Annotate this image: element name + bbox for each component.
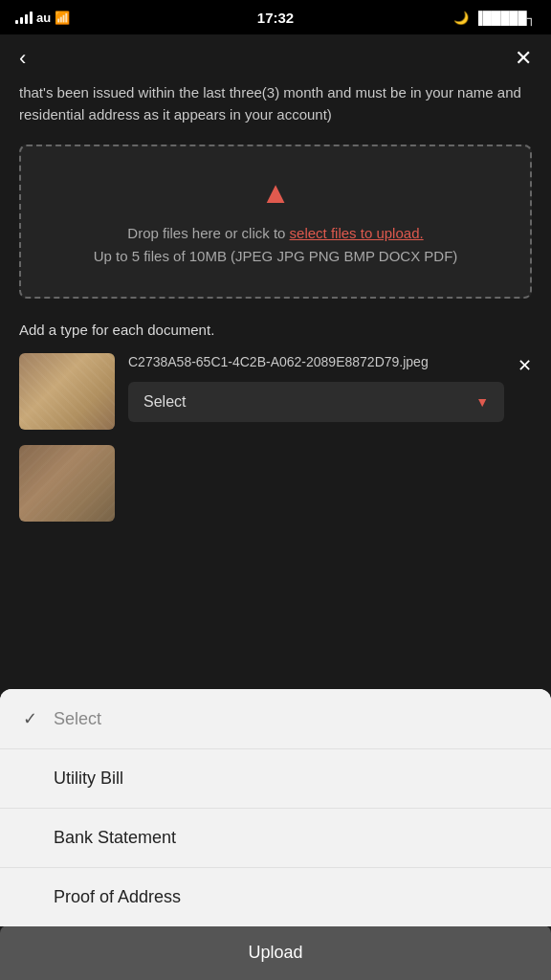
dropdown-option-select-label: Select: [54, 709, 101, 729]
dropdown-option-bank-statement[interactable]: Bank Statement: [0, 809, 551, 868]
description-text: that's been issued within the last three…: [19, 82, 532, 125]
upload-button[interactable]: Upload: [0, 925, 551, 980]
upload-prefix-text: Drop files here or click to: [127, 225, 289, 241]
document-item-2: [19, 445, 532, 522]
select-arrow-icon-1: ▼: [475, 394, 489, 410]
document-info-1: C2738A58-65C1-4C2B-A062-2089E8872D79.jpe…: [128, 353, 504, 422]
dropdown-option-utility-bill-label: Utility Bill: [54, 768, 123, 789]
status-time: 17:32: [257, 10, 294, 26]
document-type-select-1[interactable]: Select ▼: [128, 382, 504, 422]
status-left: au 📶: [15, 11, 70, 25]
dropdown-option-proof-of-address-label: Proof of Address: [54, 887, 181, 907]
document-thumbnail-2: [19, 445, 115, 522]
upload-dropzone[interactable]: ▲ Drop files here or click to select fil…: [19, 145, 532, 299]
moon-icon: 🌙: [453, 11, 469, 25]
battery-icon: ▐█████┐: [474, 11, 536, 25]
carrier-label: au: [36, 11, 51, 25]
type-dropdown-menu: ✓ Select Utility Bill Bank Statement Pro…: [0, 689, 551, 926]
dropdown-option-select[interactable]: ✓ Select: [0, 689, 551, 749]
dropdown-option-utility-bill[interactable]: Utility Bill: [0, 749, 551, 809]
document-remove-button-1[interactable]: ✕: [518, 355, 532, 376]
dropdown-option-bank-statement-label: Bank Statement: [54, 828, 176, 848]
document-filename-1: C2738A58-65C1-4C2B-A062-2089E8872D79.jpe…: [128, 353, 504, 372]
upload-link[interactable]: select files to upload.: [290, 225, 424, 241]
upload-limits-text: Up to 5 files of 10MB (JPEG JPG PNG BMP …: [94, 248, 458, 264]
status-right: 🌙 ▐█████┐: [453, 11, 536, 25]
signal-bars-icon: [15, 11, 33, 24]
status-bar: au 📶 17:32 🌙 ▐█████┐: [0, 0, 551, 34]
dropdown-option-proof-of-address[interactable]: Proof of Address: [0, 868, 551, 926]
nav-bar: ‹ ✕: [0, 34, 551, 82]
wifi-icon: 📶: [55, 11, 70, 25]
document-item-1: C2738A58-65C1-4C2B-A062-2089E8872D79.jpe…: [19, 353, 532, 430]
select-label-1: Select: [143, 393, 186, 411]
main-content: that's been issued within the last three…: [0, 82, 551, 541]
upload-instructions: Drop files here or click to select files…: [40, 222, 511, 268]
checkmark-icon: ✓: [23, 708, 42, 729]
section-label: Add a type for each document.: [19, 322, 532, 338]
document-thumbnail-1: [19, 353, 115, 430]
back-button[interactable]: ‹: [19, 46, 26, 71]
close-button[interactable]: ✕: [515, 46, 532, 71]
upload-cloud-icon: ▲: [40, 175, 511, 211]
